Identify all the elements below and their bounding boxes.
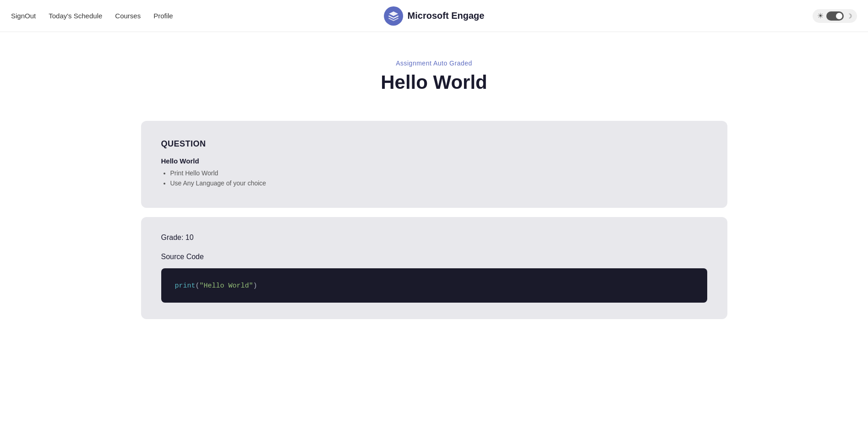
theme-toggle-container[interactable]: ☀ ☽ xyxy=(813,9,857,23)
code-string: "Hello World" xyxy=(200,282,253,290)
assignment-title: Hello World xyxy=(141,71,727,93)
profile-link[interactable]: Profile xyxy=(153,12,173,20)
courses-link[interactable]: Courses xyxy=(115,12,141,20)
question-card: QUESTION Hello World Print Hello World U… xyxy=(141,121,727,208)
app-logo xyxy=(384,6,403,26)
nav-left: SignOut Today's Schedule Courses Profile xyxy=(11,12,173,20)
app-title: Microsoft Engage xyxy=(408,11,485,21)
grade-text: Grade: 10 xyxy=(161,234,707,242)
question-bullet-2: Use Any Language of your choice xyxy=(170,179,707,187)
schedule-link[interactable]: Today's Schedule xyxy=(49,12,102,20)
code-line: print("Hello World") xyxy=(175,282,257,290)
code-keyword: print xyxy=(175,282,196,290)
sun-icon: ☀ xyxy=(817,11,824,20)
question-title: Hello World xyxy=(161,157,707,165)
layers-icon xyxy=(388,11,399,22)
signout-link[interactable]: SignOut xyxy=(11,12,36,20)
question-bullet-1: Print Hello World xyxy=(170,169,707,177)
code-paren-open: ( xyxy=(196,282,200,290)
submission-card: Grade: 10 Source Code print("Hello World… xyxy=(141,217,727,319)
source-code-label: Source Code xyxy=(161,253,707,261)
navbar: SignOut Today's Schedule Courses Profile… xyxy=(0,0,868,32)
assignment-header: Assignment Auto Graded Hello World xyxy=(141,60,727,93)
moon-icon: ☽ xyxy=(846,12,852,20)
question-section-label: QUESTION xyxy=(161,139,707,149)
assignment-type-label: Assignment Auto Graded xyxy=(141,60,727,67)
nav-center: Microsoft Engage xyxy=(384,6,485,26)
question-list: Print Hello World Use Any Language of yo… xyxy=(161,169,707,187)
code-paren-close: ) xyxy=(253,282,257,290)
code-block: print("Hello World") xyxy=(161,268,707,303)
main-content: Assignment Auto Graded Hello World QUEST… xyxy=(104,32,764,356)
theme-toggle-switch[interactable] xyxy=(826,11,844,21)
